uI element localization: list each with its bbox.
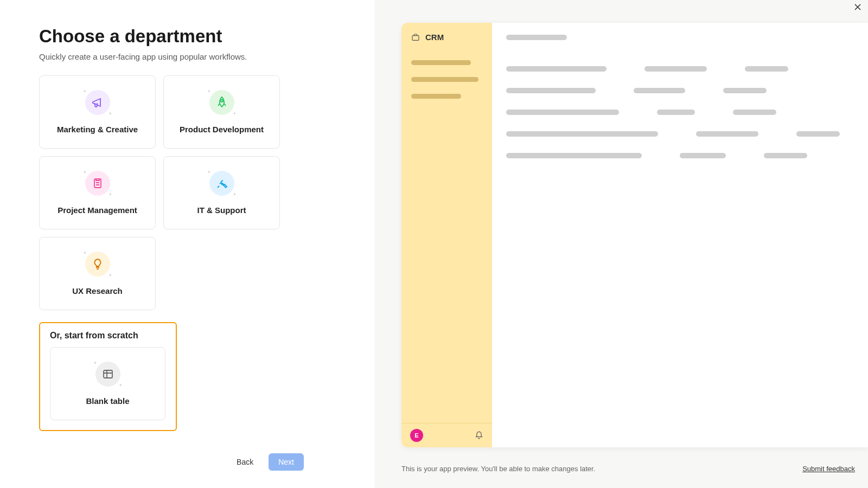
skeleton-cell [644, 66, 707, 72]
skeleton-row [506, 88, 854, 93]
preview-window: CRM E [401, 23, 868, 447]
skeleton-cell [506, 66, 607, 72]
dept-card-marketing[interactable]: Marketing & Creative [39, 75, 156, 149]
skeleton-cell [634, 88, 685, 93]
preview-footer: This is your app preview. You'll be able… [401, 465, 855, 473]
footer-buttons: Back Next [230, 453, 304, 471]
skeleton-row [506, 131, 854, 137]
close-icon [854, 3, 861, 11]
scratch-section: Or, start from scratch Blank table [39, 322, 177, 431]
clipboard-icon [85, 171, 110, 196]
preview-sidebar-title: CRM [425, 33, 444, 42]
skeleton-cell [506, 131, 658, 137]
preview-footer-text: This is your app preview. You'll be able… [401, 465, 595, 473]
skeleton-title [506, 35, 567, 40]
svg-point-0 [221, 100, 223, 102]
page-subtitle: Quickly create a user-facing app using p… [39, 52, 335, 61]
svg-rect-2 [104, 370, 112, 378]
dept-card-product[interactable]: Product Development [163, 75, 280, 149]
rocket-icon [209, 90, 234, 115]
skeleton-cell [680, 153, 726, 158]
scratch-card-blank-table[interactable]: Blank table [50, 347, 165, 420]
scratch-heading: Or, start from scratch [50, 331, 166, 341]
left-panel: Choose a department Quickly create a use… [0, 0, 374, 488]
sidebar-skeleton [401, 60, 492, 99]
dept-label: Project Management [58, 206, 137, 215]
page-title: Choose a department [39, 26, 335, 47]
wrench-icon [209, 171, 234, 196]
preview-panel: CRM E [374, 0, 868, 488]
department-grid: Marketing & Creative Product Development… [39, 75, 335, 310]
skeleton-line [411, 94, 461, 99]
dept-label: IT & Support [197, 206, 246, 215]
preview-sidebar-footer: E [401, 423, 492, 447]
skeleton-cell [764, 153, 807, 158]
skeleton-cell [733, 110, 776, 115]
bell-icon[interactable] [475, 431, 483, 440]
dept-card-ux[interactable]: UX Research [39, 237, 156, 310]
skeleton-cell [506, 110, 619, 115]
skeleton-cell [796, 131, 840, 137]
submit-feedback-link[interactable]: Submit feedback [802, 465, 855, 473]
skeleton-line [411, 60, 471, 65]
skeleton-rows [506, 66, 854, 158]
dept-label: UX Research [72, 286, 123, 296]
skeleton-cell [745, 66, 788, 72]
svg-rect-3 [412, 35, 419, 40]
skeleton-cell [723, 88, 767, 93]
lightbulb-icon [85, 252, 110, 277]
back-button[interactable]: Back [230, 453, 260, 471]
skeleton-row [506, 110, 854, 115]
skeleton-cell [696, 131, 758, 137]
next-button[interactable]: Next [269, 453, 304, 471]
skeleton-row [506, 153, 854, 158]
dept-card-it[interactable]: IT & Support [163, 156, 280, 229]
dept-card-project[interactable]: Project Management [39, 156, 156, 229]
preview-main [492, 23, 868, 447]
dept-label: Product Development [180, 125, 264, 134]
dept-label: Marketing & Creative [57, 125, 138, 134]
close-button[interactable] [854, 3, 861, 11]
skeleton-cell [506, 88, 596, 93]
skeleton-cell [657, 110, 695, 115]
briefcase-icon [411, 33, 420, 42]
skeleton-line [411, 77, 478, 82]
skeleton-cell [506, 153, 642, 158]
avatar[interactable]: E [410, 429, 423, 442]
skeleton-row [506, 66, 854, 72]
megaphone-icon [85, 90, 110, 115]
preview-sidebar: CRM E [401, 23, 492, 447]
scratch-card-label: Blank table [86, 396, 129, 406]
table-icon [95, 362, 120, 387]
preview-sidebar-header: CRM [401, 23, 492, 49]
